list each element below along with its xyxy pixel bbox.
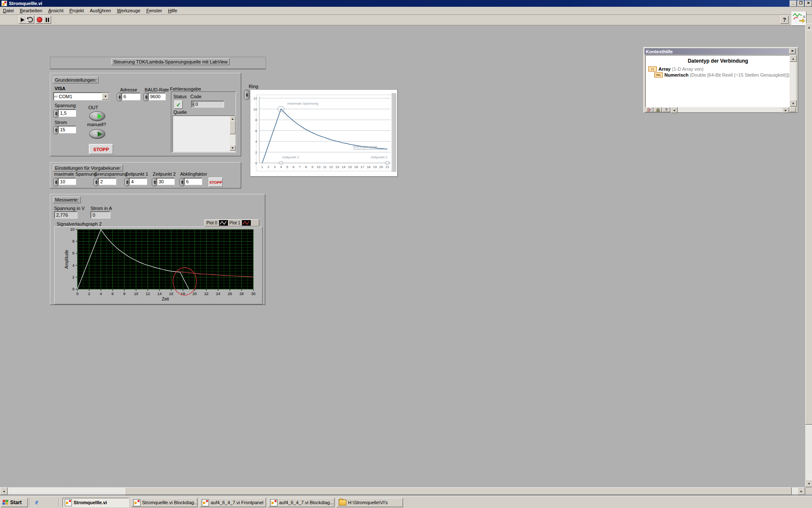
minimize-button[interactable]: _	[790, 0, 797, 7]
scroll-right-icon[interactable]: ►	[782, 107, 789, 113]
vscroll-thumb[interactable]	[805, 30, 812, 425]
ring-spinner[interactable]	[244, 90, 250, 100]
svg-text:0: 0	[72, 287, 74, 291]
lock-help-button[interactable]	[654, 107, 662, 112]
menu-fenster[interactable]: Fenster	[143, 7, 165, 14]
array-icon: [ ]	[648, 66, 657, 72]
task-button[interactable]: H:\Stromquelle\VI's	[337, 498, 403, 507]
spannung-input[interactable]: 1,5	[58, 109, 76, 117]
zeitpunkt1-input[interactable]: 4	[129, 178, 147, 185]
menu-hilfe[interactable]: Hilfe	[165, 7, 180, 14]
zeitpunkt1-label: Zeitpunkt 1	[125, 171, 148, 177]
svg-text:6: 6	[255, 129, 258, 133]
strom-input[interactable]: 15	[58, 126, 76, 133]
baud-label: BAUD-Rate	[145, 87, 169, 92]
svg-text:5: 5	[286, 165, 288, 169]
datatype-row: [ ] Array (1-D Array von)	[648, 66, 790, 72]
menu-projekt[interactable]: Projekt	[66, 7, 87, 14]
svg-text:4: 4	[72, 263, 74, 268]
svg-text:12: 12	[329, 165, 333, 169]
menu-werkzeuge[interactable]: Werkzeuge	[114, 7, 143, 14]
grenzspannung-input[interactable]: 2	[98, 178, 116, 185]
hscroll-right-icon[interactable]: ►	[798, 487, 805, 495]
svg-text:4: 4	[255, 140, 258, 144]
pause-button[interactable]	[43, 16, 51, 24]
restore-button[interactable]: ❐	[797, 0, 804, 7]
close-button[interactable]: ✕	[805, 0, 812, 7]
baud-input[interactable]: 9600	[148, 93, 166, 100]
manuell-led[interactable]	[89, 129, 105, 139]
hscroll-left-icon[interactable]: ◄	[0, 487, 8, 495]
hscroll-thumb[interactable]	[125, 487, 792, 495]
svg-text:20: 20	[192, 292, 197, 296]
svg-text:16: 16	[169, 292, 173, 296]
scroll-left-icon[interactable]: ◄	[671, 107, 678, 113]
svg-text:10: 10	[253, 108, 257, 111]
kontexthilfe-vscroll[interactable]: ▲ ▼	[790, 55, 796, 107]
kontexthilfe-hscroll[interactable]	[678, 107, 782, 112]
zeitpunkt2-input[interactable]: 30	[156, 178, 175, 185]
run-continuous-button[interactable]	[26, 16, 34, 24]
vertical-scrollbar[interactable]: ▲ ▼	[805, 23, 812, 487]
legend-plot1-swatch[interactable]	[242, 220, 251, 226]
kontexthilfe-titlebar[interactable]: Kontexthilfe ✕	[645, 48, 796, 55]
out-led[interactable]	[89, 111, 105, 121]
internet-explorer-icon[interactable]: e	[33, 498, 41, 507]
graph-legend: Plot 0 Plot 1	[204, 219, 259, 226]
task-button[interactable]: auf4_6_4_7.vi Frontpanel	[200, 498, 266, 507]
scroll-up-icon[interactable]: ▲	[790, 55, 797, 62]
legend-plot0-label[interactable]: Plot 0	[206, 221, 217, 225]
run-button[interactable]	[19, 16, 27, 24]
horizontal-scrollbar[interactable]: ◄ ►	[0, 487, 804, 494]
task-button[interactable]: Stromquellle.vi Blockdiag...	[131, 498, 198, 507]
svg-text:1: 1	[261, 165, 263, 169]
visa-dropdown[interactable]: I/O COM1 ▼	[53, 92, 110, 100]
scrollbar-corner	[805, 487, 812, 494]
scroll-down-icon[interactable]: ▼	[790, 100, 797, 107]
resize-grip[interactable]	[790, 107, 796, 112]
task-button[interactable]: Stromquellle.vi	[63, 498, 129, 507]
svg-text:17: 17	[360, 165, 364, 169]
labview-icon	[65, 499, 72, 506]
vscroll-down-icon[interactable]: ▼	[805, 480, 812, 487]
max-spannung-label: maximale Spannung	[54, 171, 96, 177]
abort-button[interactable]	[36, 16, 44, 24]
wiring-help-button[interactable]	[645, 107, 653, 112]
quelle-label: Quelle	[173, 110, 187, 115]
context-help-button[interactable]: ?	[780, 16, 789, 24]
legend-plot1-label[interactable]: Plot 1	[230, 221, 241, 225]
abklingfaktor-input[interactable]: 6	[184, 178, 202, 185]
detailed-help-button[interactable]: ?	[662, 107, 670, 112]
vorgabekurve-image: 0246810121234567891011121314151617181920…	[250, 89, 398, 177]
svg-text:6: 6	[72, 251, 74, 255]
vi-icon[interactable]: 5	[791, 11, 807, 26]
start-button[interactable]: Start	[1, 498, 28, 507]
visa-label: VISA	[55, 86, 66, 91]
svg-text:15: 15	[348, 165, 352, 169]
quelle-scroll-down-icon[interactable]: ▼	[230, 145, 236, 151]
toolbar	[0, 15, 812, 25]
svg-text:0: 0	[255, 161, 258, 165]
quelle-scroll-thumb[interactable]	[230, 121, 236, 134]
spannung-v-label: Spannung in V	[54, 206, 85, 211]
visa-dropdown-arrow-icon[interactable]: ▼	[102, 93, 109, 100]
stopp-button[interactable]: STOPP	[89, 144, 113, 155]
strom-a-display: 0	[91, 211, 110, 218]
graph-label: Signalverlaufsgraph 2	[57, 221, 102, 226]
spannung-v-display: 2,776	[54, 211, 77, 218]
adresse-input[interactable]: 6	[121, 93, 140, 100]
legend-plot0-swatch[interactable]	[219, 220, 228, 226]
menu-ausführen[interactable]: Ausführen	[87, 7, 114, 14]
kontexthilfe-close-icon[interactable]: ✕	[789, 49, 796, 54]
menu-bearbeiten[interactable]: Bearbeiten	[17, 7, 45, 14]
quelle-scrollbar[interactable]: ▲ ▼	[230, 116, 235, 151]
menu-datei[interactable]: Datei	[0, 7, 17, 14]
vorgabe-stopp-button[interactable]: STOPP	[208, 177, 223, 187]
svg-text:8: 8	[72, 239, 74, 243]
kontexthilfe-toolbar: ? ◄ ►	[645, 107, 796, 112]
task-button[interactable]: auf4_6_4_7.vi Blockdiag...	[268, 498, 335, 507]
menu-ansicht[interactable]: Ansicht	[45, 7, 66, 14]
max-spannung-input[interactable]: 10	[58, 178, 76, 185]
main-title-frame: Steuerung TDK/Lambda-Spannungsquelle mit…	[50, 57, 266, 69]
spannung-label: Spannung	[55, 103, 76, 108]
